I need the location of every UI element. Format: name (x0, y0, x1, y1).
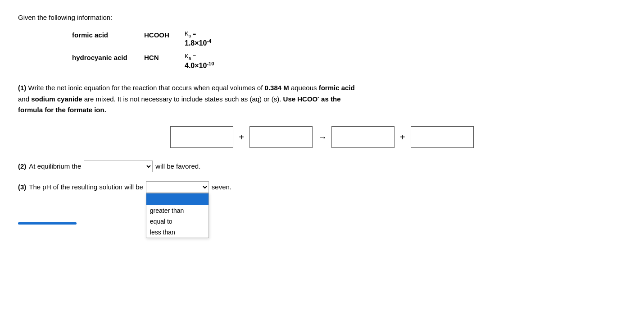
q3-text-after: seven. (212, 183, 231, 191)
q2-dropdown-wrapper[interactable]: forward reaction reverse reaction neithe… (84, 161, 153, 172)
q1-bold-formic: formic acid (319, 84, 355, 92)
q3-dropdown-open-list: greater than equal to less than (146, 193, 209, 238)
hydrocyanic-ka: Ka = 4.0×10-10 (185, 52, 214, 70)
q3-option-equal-to[interactable]: equal to (146, 216, 209, 227)
q2-dropdown[interactable]: forward reaction reverse reaction neithe… (84, 161, 153, 172)
intro-label: Given the following information: (18, 14, 626, 21)
q2-number: (2) (18, 162, 26, 170)
question-2-row: (2) At equilibrium the forward reaction … (18, 161, 626, 172)
hydrocyanic-ka-label: Ka = (185, 53, 196, 60)
q3-number: (3) (18, 183, 26, 191)
q1-text: (1) Write the net ionic equation for the… (18, 83, 626, 115)
formic-ka: Ka = 1.8×10-4 (185, 29, 211, 47)
formic-ka-value: 1.8×10-4 (185, 38, 211, 47)
eq-product-1[interactable] (331, 126, 395, 148)
q3-option-less-than[interactable]: less than (146, 227, 209, 238)
q1-number: (1) (18, 84, 26, 92)
formic-acid-name: formic acid (72, 29, 144, 39)
q1-bold-sodium: sodium cyanide (31, 95, 82, 103)
question-3-row: (3) The pH of the resulting solution wil… (18, 181, 626, 193)
eq-reactant-1[interactable] (170, 126, 233, 148)
q3-dropdown-wrapper[interactable]: greater than equal to less than greater … (146, 181, 209, 193)
question-1-block: (1) Write the net ionic equation for the… (18, 83, 626, 148)
bottom-progress-bar (18, 222, 77, 225)
q3-option-greater-than[interactable]: greater than (146, 205, 209, 216)
q1-bold-hcoo: Use HCOO- as the (283, 95, 341, 103)
q2-text-before: At equilibrium the (29, 162, 81, 170)
formic-acid-formula: HCOOH (144, 29, 185, 39)
q3-dropdown-selected-highlight[interactable] (146, 193, 209, 205)
equation-row: + → + (18, 126, 626, 148)
q1-bold-molarity: 0.384 M (265, 84, 289, 92)
hydrocyanic-acid-formula: HCN (144, 52, 185, 61)
hydrocyanic-acid-name: hydrocyanic acid (72, 52, 144, 61)
acid-table: formic acid HCOOH Ka = 1.8×10-4 hydrocya… (72, 29, 626, 70)
eq-plus-1: + (239, 130, 244, 144)
eq-arrow: → (318, 130, 326, 144)
acid-row-hydrocyanic: hydrocyanic acid HCN Ka = 4.0×10-10 (72, 52, 626, 70)
hydrocyanic-ka-value: 4.0×10-10 (185, 61, 214, 70)
q3-dropdown[interactable]: greater than equal to less than (146, 181, 209, 193)
eq-reactant-2[interactable] (249, 126, 313, 148)
q2-text-after: will be favored. (155, 162, 200, 170)
q1-bold-formula: formula for the formate ion. (18, 106, 106, 114)
acid-row-formic: formic acid HCOOH Ka = 1.8×10-4 (72, 29, 626, 47)
bottom-area (18, 220, 626, 225)
eq-plus-2: + (400, 130, 405, 144)
eq-product-2[interactable] (411, 126, 474, 148)
formic-ka-label: Ka = (185, 30, 196, 37)
q3-text-before: The pH of the resulting solution will be (29, 183, 143, 191)
